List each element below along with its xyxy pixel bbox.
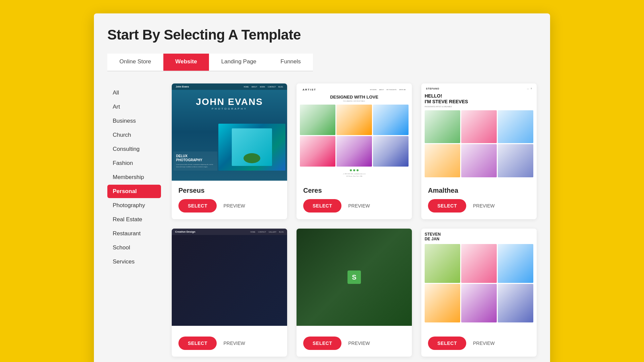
amalthea-preview-link[interactable]: PREVIEW: [473, 203, 495, 208]
perseus-name: Perseus: [178, 187, 280, 194]
bottom3-grid: [425, 244, 533, 322]
template-preview-amalthea: STEFANO ⋯ ≡ HELLO!I'M STEVE REEVES PASSI…: [421, 83, 537, 181]
sidebar-item-membership[interactable]: Membership: [107, 171, 161, 184]
amalthea-select-button[interactable]: SELECT: [428, 199, 466, 213]
ceres-dots: [350, 169, 359, 171]
template-info-4: SELECT PREVIEW: [172, 326, 287, 357]
bottom3-header: STEVENDE JAN: [425, 232, 533, 241]
bottom3-photo-6: [498, 284, 533, 323]
ceres-preview-link[interactable]: PREVIEW: [348, 203, 370, 208]
template-preview-4: Creative Design HOME CONTACT GALLERY BLO…: [172, 229, 287, 326]
templates-grid: John Evans HOME ABOUT WORK CONTACT BLOG …: [172, 83, 537, 357]
ceres-photo-grid: [300, 105, 409, 167]
perseus-nav-bar: John Evans HOME ABOUT WORK CONTACT BLOG: [172, 83, 287, 90]
template-card-4: Creative Design HOME CONTACT GALLERY BLO…: [172, 229, 287, 357]
amalthea-photo-3: [498, 110, 533, 143]
sidebar: All Art Business Church Consulting Fashi…: [107, 83, 161, 357]
bottom3-photo-5: [461, 284, 497, 323]
ceres-dot-2: [353, 169, 355, 171]
ceres-logo: ARTIST: [303, 88, 316, 91]
template-6-select-button[interactable]: SELECT: [428, 337, 466, 350]
template-5-preview-link[interactable]: PREVIEW: [348, 341, 370, 346]
bottom1-nav-links: HOME CONTACT GALLERY BLOG: [250, 231, 284, 233]
ceres-name: Ceres: [303, 187, 405, 194]
template-info-6: SELECT PREVIEW: [421, 326, 537, 357]
template-info-perseus: Perseus SELECT PREVIEW: [172, 181, 287, 219]
ceres-select-button[interactable]: SELECT: [303, 199, 341, 213]
amalthea-photo-5: [461, 144, 497, 177]
sidebar-item-consulting[interactable]: Consulting: [107, 142, 161, 156]
ceres-contact: +1 300 1031 332, email@domain.com123 Str…: [343, 173, 366, 177]
tab-website[interactable]: Website: [163, 54, 209, 71]
template-4-actions: SELECT PREVIEW: [178, 337, 280, 350]
template-card-perseus: John Evans HOME ABOUT WORK CONTACT BLOG …: [172, 83, 287, 219]
bottom3-photo-2: [461, 244, 497, 283]
page-title: Start By Selecting A Template: [107, 27, 537, 43]
amalthea-grid: [425, 110, 533, 177]
sidebar-item-services[interactable]: Services: [107, 255, 161, 268]
perseus-hero-title: JOHN EVANS: [196, 97, 263, 107]
template-info-5: SELECT PREVIEW: [297, 326, 412, 357]
perseus-small-text: Lorem ipsum dolor sit amet, consectetur …: [176, 164, 215, 168]
sidebar-item-church[interactable]: Church: [107, 128, 161, 142]
tab-online-store[interactable]: Online Store: [107, 54, 163, 71]
ceres-photo-4: [300, 136, 335, 167]
perseus-actions: SELECT PREVIEW: [178, 199, 280, 213]
template-info-ceres: Ceres SELECT PREVIEW: [297, 181, 412, 219]
ceres-title: DESIGNED WITH LOVE: [330, 95, 378, 100]
bottom2-logo: S: [347, 270, 361, 284]
perseus-nav-logo: John Evans: [176, 85, 189, 88]
sidebar-item-fashion[interactable]: Fashion: [107, 157, 161, 170]
amalthea-photo-6: [498, 144, 533, 177]
sidebar-item-business[interactable]: Business: [107, 114, 161, 128]
template-preview-perseus: John Evans HOME ABOUT WORK CONTACT BLOG …: [172, 83, 287, 181]
amalthea-actions: SELECT PREVIEW: [428, 199, 530, 213]
perseus-preview-link[interactable]: PREVIEW: [223, 203, 245, 208]
sidebar-item-school[interactable]: School: [107, 241, 161, 254]
ceres-photo-3: [373, 105, 409, 135]
content-area: All Art Business Church Consulting Fashi…: [107, 83, 537, 357]
sidebar-item-all[interactable]: All: [107, 86, 161, 100]
template-preview-6: STEVENDE JAN: [421, 229, 537, 326]
ceres-photo-1: [300, 105, 335, 135]
bottom3-photo-3: [498, 244, 533, 283]
amalthea-photo-2: [461, 110, 497, 143]
template-card-6: STEVENDE JAN SELECT PREVIEW: [421, 229, 537, 357]
template-card-5: S SELECT PREVIEW: [297, 229, 412, 357]
amalthea-nav-icons: ⋯ ≡: [527, 87, 532, 90]
ceres-nav: ARTIST MY WORK ABOUT MY THOUGHTS WRITE M…: [300, 87, 409, 93]
bottom1-logo: Creative Design: [175, 230, 195, 233]
sidebar-item-restaurant[interactable]: Restaurant: [107, 227, 161, 240]
perseus-big-text: DELUXPHOTOGRAPHY: [176, 154, 215, 162]
template-card-amalthea: STEFANO ⋯ ≡ HELLO!I'M STEVE REEVES PASSI…: [421, 83, 537, 219]
template-preview-ceres: ARTIST MY WORK ABOUT MY THOUGHTS WRITE M…: [297, 83, 412, 181]
ceres-photo-2: [336, 105, 372, 135]
perseus-hero-img: [218, 124, 285, 171]
bottom3-photo-1: [425, 244, 460, 283]
tab-funnels[interactable]: Funnels: [268, 54, 313, 71]
ceres-subtitle: FUN. AMAZING. UNFORGETTABLE.: [343, 100, 366, 102]
perseus-hero-sub: PHOTOGRAPHY: [212, 107, 247, 110]
amalthea-hero-text: HELLO!I'M STEVE REEVES: [425, 93, 533, 105]
ceres-photo-5: [336, 136, 372, 167]
template-6-actions: SELECT PREVIEW: [428, 337, 530, 350]
template-5-select-button[interactable]: SELECT: [303, 337, 341, 350]
sidebar-item-photography[interactable]: Photography: [107, 199, 161, 212]
ceres-dot-3: [357, 169, 359, 171]
sidebar-item-art[interactable]: Art: [107, 100, 161, 114]
perseus-text-box: DELUXPHOTOGRAPHY Lorem ipsum dolor sit a…: [173, 152, 217, 171]
tab-landing-page[interactable]: Landing Page: [209, 54, 268, 71]
ceres-actions: SELECT PREVIEW: [303, 199, 405, 213]
sidebar-item-real-estate[interactable]: Real Estate: [107, 213, 161, 226]
bottom1-content: [172, 235, 287, 326]
template-4-preview-link[interactable]: PREVIEW: [223, 341, 245, 346]
ceres-dot-1: [350, 169, 352, 171]
main-container: Start By Selecting A Template Online Sto…: [94, 13, 550, 362]
perseus-select-button[interactable]: SELECT: [178, 199, 217, 213]
sidebar-item-personal[interactable]: Personal: [107, 185, 161, 198]
template-4-select-button[interactable]: SELECT: [178, 337, 217, 350]
template-card-ceres: ARTIST MY WORK ABOUT MY THOUGHTS WRITE M…: [297, 83, 412, 219]
amalthea-nav: STEFANO ⋯ ≡: [425, 87, 533, 90]
amalthea-photo-4: [425, 144, 460, 177]
template-6-preview-link[interactable]: PREVIEW: [473, 341, 495, 346]
